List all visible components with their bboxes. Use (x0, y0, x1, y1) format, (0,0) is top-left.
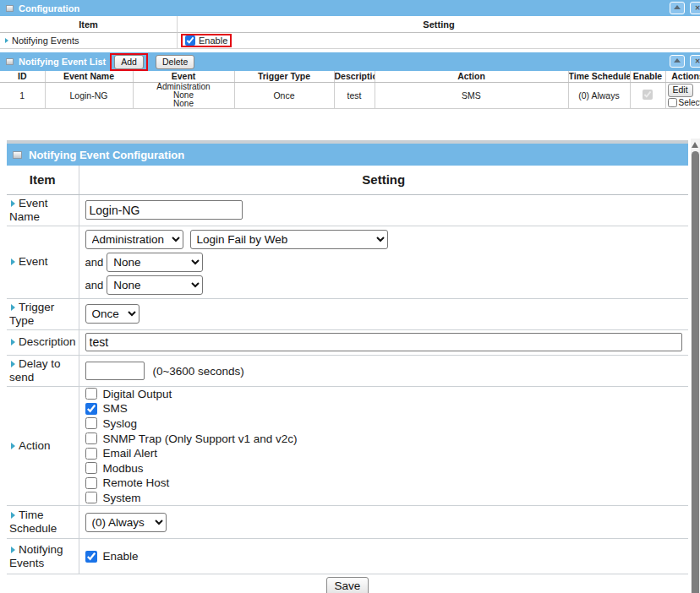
bullet-arrow-icon (11, 547, 15, 553)
time-schedule-row: Time Schedule (0) Always (7, 506, 688, 539)
delay-hint: (0~3600 seconds) (152, 365, 243, 378)
row-actions-cell: Edit Select (665, 82, 700, 108)
row-select-checkbox[interactable] (668, 98, 677, 107)
bullet-arrow-icon (11, 443, 15, 449)
action-row: Action Digital Output SMS Syslog SNMP Tr… (7, 386, 688, 506)
time-schedule-select[interactable]: (0) Always (85, 513, 167, 532)
event-and2-select[interactable]: None (107, 275, 203, 295)
action-label: Action (19, 439, 51, 452)
action-system-checkbox[interactable] (85, 492, 97, 503)
notifying-event-list-panel: Notifying Event List Add Delete ✕ ID Eve… (0, 52, 700, 109)
notifying-events-label: Notifying Events (9, 543, 63, 569)
bullet-arrow-icon (11, 512, 15, 519)
action-remote-host-checkbox[interactable] (85, 477, 97, 489)
collapse-icon (674, 58, 681, 63)
col-action: Action (375, 71, 568, 82)
event-category-select[interactable]: Administration (85, 230, 183, 249)
table-row: 1 Login-NG Administration None None Once… (0, 82, 700, 108)
dialog-table: Item Setting Event Name Event Administra… (7, 166, 688, 593)
event-list-panel-header: Notifying Event List Add Delete ✕ (0, 52, 700, 71)
collapse-button[interactable] (670, 55, 685, 68)
event-list-table: ID Event Name Event Trigger Type Descrip… (0, 71, 700, 109)
bullet-arrow-icon (11, 200, 15, 207)
configuration-panel-title: Configuration (19, 3, 79, 14)
event-subtype-select[interactable]: Login Fail by Web (190, 230, 388, 249)
delete-button[interactable]: Delete (156, 55, 194, 69)
col-event-name: Event Name (45, 71, 133, 82)
description-label: Description (19, 335, 76, 348)
action-modbus-checkbox[interactable] (85, 462, 97, 474)
delay-to-send-row: Delay to send (0~3600 seconds) (7, 355, 688, 386)
col-trigger-type: Trigger Type (234, 71, 334, 82)
notifying-events-row: Notifying Events Enable (7, 539, 688, 574)
dialog-header-row: Item Setting (7, 166, 688, 194)
enable-label: Enable (199, 35, 227, 46)
row-event: Administration None None (133, 82, 234, 108)
col-description: Description (334, 71, 375, 82)
action-syslog-checkbox[interactable] (85, 417, 97, 429)
collapse-icon (674, 5, 681, 9)
notifying-events-enable-checkbox[interactable] (185, 35, 195, 46)
trigger-type-label: Trigger Type (9, 301, 54, 327)
delay-to-send-label: Delay to send (9, 357, 61, 384)
edit-button[interactable]: Edit (668, 84, 693, 97)
vertical-scrollbar[interactable] (691, 139, 700, 593)
event-label: Event (19, 255, 48, 268)
scroll-up-icon[interactable] (692, 142, 698, 148)
config-setting-header: Setting (178, 16, 700, 33)
action-sms-checkbox[interactable] (85, 403, 97, 415)
panel-icon (6, 5, 14, 12)
collapse-button[interactable] (670, 2, 685, 14)
row-event-name: Login-NG (45, 82, 133, 108)
notifying-event-configuration-dialog: Notifying Event Configuration Item Setti… (7, 140, 688, 593)
description-input[interactable] (85, 333, 682, 351)
bullet-arrow-icon (11, 304, 15, 311)
time-schedule-label: Time Schedule (9, 509, 57, 535)
delay-input[interactable] (85, 362, 145, 380)
action-digital-output-checkbox[interactable] (85, 388, 97, 400)
dialog-enable-checkbox[interactable] (85, 551, 97, 563)
row-time-schedule: (0) Always (568, 82, 630, 108)
trigger-type-row: Trigger Type Once (7, 298, 688, 329)
scrollbar-thumb[interactable] (692, 151, 699, 593)
highlight-box-enable: Enable (181, 34, 232, 47)
config-item-header: Item (0, 16, 178, 33)
close-button[interactable]: ✕ (690, 55, 700, 68)
action-snmp-trap-checkbox[interactable] (85, 433, 97, 444)
configuration-panel: Configuration ✕ Item Setting Notifying E… (0, 0, 700, 49)
dialog-item-header: Item (7, 166, 79, 194)
trigger-type-select[interactable]: Once (85, 304, 139, 324)
dialog-header: Notifying Event Configuration (7, 144, 688, 166)
select-label: Select (679, 98, 700, 107)
and-label: and (85, 279, 104, 291)
col-actions: Actions (665, 71, 700, 82)
save-button[interactable]: Save (326, 577, 369, 593)
dialog-enable-label: Enable (103, 550, 139, 563)
panel-icon (6, 58, 14, 65)
notifying-events-row-label: Notifying Events (0, 33, 178, 49)
highlight-box-add: Add (110, 53, 148, 71)
add-button[interactable]: Add (114, 55, 144, 69)
bullet-arrow-icon (11, 339, 15, 345)
close-button[interactable]: ✕ (690, 2, 700, 14)
col-time-schedule: Time Schedule (568, 71, 630, 82)
row-action: SMS (375, 82, 568, 108)
configuration-panel-header: Configuration ✕ (0, 0, 700, 16)
bullet-arrow-icon (11, 361, 15, 367)
dialog-title: Notifying Event Configuration (29, 149, 184, 161)
row-id: 1 (0, 82, 45, 108)
col-id: ID (0, 71, 45, 82)
action-email-alert-checkbox[interactable] (85, 448, 97, 460)
event-list-panel-title: Notifying Event List (19, 57, 106, 67)
row-enable-cell (630, 82, 665, 108)
panel-icon (13, 151, 22, 159)
row-enable-checkbox (643, 90, 653, 100)
bullet-arrow-icon (11, 258, 15, 265)
event-and1-select[interactable]: None (107, 253, 203, 272)
event-row: Event Administration Login Fail by Web a… (7, 226, 688, 298)
bullet-arrow-icon (5, 38, 8, 43)
save-row: Save (7, 574, 688, 593)
event-name-input[interactable] (85, 200, 243, 220)
col-event: Event (133, 71, 234, 82)
event-name-row: Event Name (7, 194, 688, 226)
